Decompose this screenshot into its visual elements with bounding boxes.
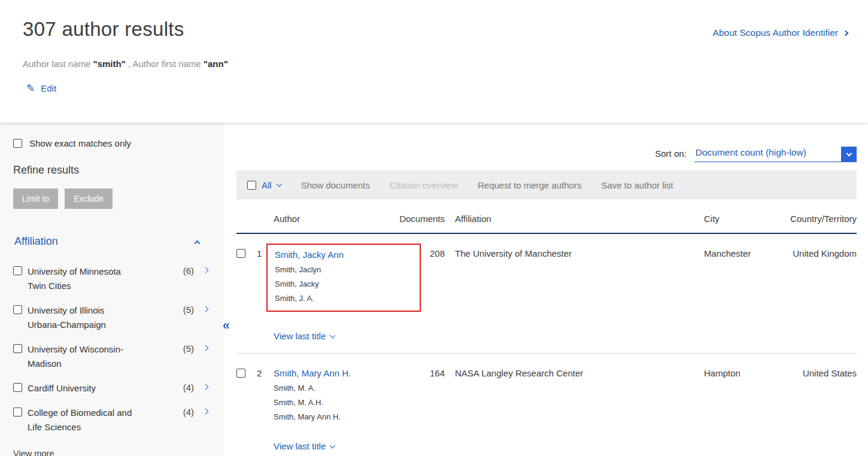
view-last-title-label: View last title — [274, 331, 326, 341]
affiliation-item-minnesota[interactable]: University of Minnesota Twin Cities (6) — [13, 265, 213, 293]
sort-selected-value: Document count (high-low) — [694, 147, 841, 162]
documents-count[interactable]: 164 — [391, 368, 445, 451]
country-value: United States — [764, 368, 857, 451]
affiliation-count: (5) — [183, 343, 194, 354]
affiliation-label: University of Minnesota Twin Cities — [28, 265, 134, 293]
view-more-link[interactable]: View more — [13, 449, 213, 456]
exact-matches-label: Show exact matches only — [29, 138, 131, 148]
request-merge-authors-button[interactable]: Request to merge authors — [478, 180, 581, 190]
affiliation-count: (4) — [183, 382, 194, 393]
chevron-right-icon[interactable] — [203, 267, 209, 273]
refine-results-title: Refine results — [13, 164, 213, 177]
query-label-lastname: Author last name — [23, 59, 93, 69]
chevron-down-icon — [846, 151, 852, 157]
city-value: Hampton — [692, 368, 764, 451]
sort-dropdown[interactable]: Document count (high-low) — [694, 147, 857, 162]
affiliation-item-wisconsin[interactable]: University of Wisconsin-Madison (5) — [13, 342, 213, 371]
affiliation-section-header[interactable]: Affiliation — [14, 235, 199, 248]
author-alt-name: Smith, M. A.H. — [274, 398, 391, 408]
column-author: Author — [274, 214, 391, 224]
author-cell: Smith, Jacky Ann Smith, Jaclyn Smith, Ja… — [274, 248, 391, 341]
sidebar-collapse-icon[interactable]: « — [223, 319, 229, 332]
citation-overview-button: Citation overview — [390, 180, 458, 190]
save-to-author-list-button[interactable]: Save to author list — [601, 180, 673, 190]
table-header: Author Documents Affiliation City Countr… — [236, 214, 857, 234]
exclude-button[interactable]: Exclude — [65, 189, 113, 209]
affiliation-label: Cardiff University — [28, 381, 134, 396]
affiliation-item-cardiff[interactable]: Cardiff University (4) — [13, 381, 213, 396]
chevron-right-icon[interactable] — [203, 384, 209, 390]
author-names: Smith, Mary Ann H. Smith, M. A. Smith, M… — [274, 368, 391, 422]
chevron-down-icon — [276, 181, 282, 187]
affiliation-value: The University of Manchester — [445, 248, 692, 341]
col-index — [257, 214, 274, 224]
chevron-down-icon — [330, 332, 336, 338]
row-index: 2 — [257, 368, 274, 451]
affiliation-item-illinois[interactable]: University of Illinois Urbana-Champaign … — [13, 303, 213, 332]
affiliation-count: (5) — [183, 305, 194, 315]
affiliation-label: College of Biomedical and Life Sciences — [28, 406, 134, 434]
col-check — [236, 214, 257, 224]
query-label-firstname: , Author first name — [126, 59, 204, 69]
search-query-summary: Author last name "smith" , Author first … — [23, 59, 868, 69]
about-scopus-author-identifier-link[interactable]: About Scopus Author Identifier — [713, 28, 848, 38]
chevron-right-icon[interactable] — [203, 306, 209, 312]
author-cell: Smith, Mary Ann H. Smith, M. A. Smith, M… — [274, 368, 391, 451]
affiliation-count: (6) — [183, 266, 194, 276]
country-value: United Kingdom — [764, 248, 857, 341]
column-city: City — [692, 214, 764, 224]
row-checkbox-cell — [236, 248, 257, 341]
results-toolbar: All Show documents Citation overview Req… — [236, 171, 857, 199]
affiliation-count: (4) — [183, 407, 194, 417]
filter-buttons: Limit to Exclude — [13, 189, 213, 209]
author-name-link[interactable]: Smith, Mary Ann H. — [274, 368, 391, 379]
sort-on-label: Sort on: — [655, 148, 687, 159]
author-row: 1 Smith, Jacky Ann Smith, Jaclyn Smith, … — [236, 234, 857, 354]
column-affiliation: Affiliation — [445, 214, 692, 224]
affiliation-label: University of Illinois Urbana-Champaign — [28, 303, 134, 332]
select-all-checkbox[interactable] — [247, 181, 256, 190]
row-checkbox[interactable] — [236, 369, 245, 378]
affiliation-checkbox[interactable] — [13, 383, 22, 392]
query-value-firstname: "ann" — [204, 59, 228, 69]
affiliation-checkbox[interactable] — [13, 344, 22, 353]
edit-search-button[interactable]: ✎ Edit — [26, 83, 56, 93]
affiliation-checkbox[interactable] — [13, 305, 22, 314]
affiliation-label: University of Wisconsin-Madison — [28, 342, 134, 371]
select-all-group[interactable]: All — [247, 180, 281, 190]
refine-sidebar: Show exact matches only Refine results L… — [0, 123, 223, 456]
results-main: Sort on: Document count (high-low) All S… — [223, 123, 868, 456]
chevron-up-icon — [195, 240, 201, 246]
all-label: All — [262, 180, 272, 190]
edit-label: Edit — [41, 83, 56, 93]
city-value: Manchester — [692, 248, 764, 341]
author-alt-name: Smith, Mary Ann H. — [274, 412, 391, 422]
chevron-right-icon[interactable] — [203, 345, 209, 351]
exact-matches-checkbox[interactable] — [13, 139, 22, 148]
documents-count[interactable]: 208 — [391, 248, 445, 341]
row-checkbox-cell — [236, 368, 257, 451]
show-documents-button[interactable]: Show documents — [301, 180, 370, 190]
column-country-territory: Country/Territory — [764, 214, 857, 224]
view-last-title-link[interactable]: View last title — [274, 331, 335, 341]
affiliation-value: NASA Langley Research Center — [445, 368, 692, 451]
content-area: Show exact matches only Refine results L… — [0, 123, 868, 456]
pencil-icon: ✎ — [26, 83, 35, 93]
results-header: 307 author results About Scopus Author I… — [0, 0, 868, 123]
sort-row: Sort on: Document count (high-low) — [236, 147, 857, 162]
chevron-right-icon[interactable] — [203, 409, 209, 415]
affiliation-checkbox[interactable] — [13, 266, 22, 275]
limit-to-button[interactable]: Limit to — [13, 189, 58, 209]
show-exact-matches-row[interactable]: Show exact matches only — [13, 138, 213, 148]
about-link-label: About Scopus Author Identifier — [713, 28, 838, 38]
chevron-right-icon — [843, 30, 849, 36]
affiliation-title: Affiliation — [14, 235, 58, 248]
view-last-title-label: View last title — [274, 441, 326, 451]
column-documents: Documents — [391, 214, 445, 224]
view-last-title-link[interactable]: View last title — [274, 441, 335, 451]
affiliation-checkbox[interactable] — [13, 408, 22, 417]
affiliation-item-biomedical[interactable]: College of Biomedical and Life Sciences … — [13, 406, 213, 434]
query-value-lastname: "smith" — [93, 59, 126, 69]
row-checkbox[interactable] — [236, 249, 245, 258]
sort-dropdown-button[interactable] — [841, 147, 857, 162]
